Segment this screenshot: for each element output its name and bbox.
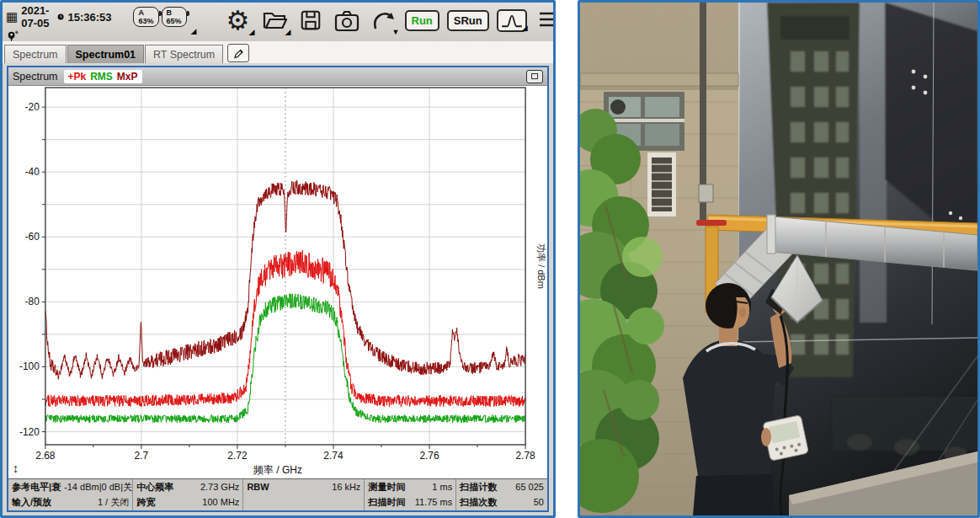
param-label: 扫描计数 — [460, 481, 497, 494]
dropdown-corner-icon: ◢ — [191, 27, 197, 35]
toolbar-date: 2021-07-05 — [21, 4, 54, 29]
trace-legend: +Pk RMS MxP — [64, 70, 142, 83]
svg-text:-120: -120 — [19, 426, 40, 438]
dropdown-corner-icon: ◢ — [249, 28, 255, 36]
field-test-photo — [578, 0, 980, 518]
param-value: 2.73 GHz — [200, 481, 239, 494]
svg-text:-60: -60 — [25, 231, 40, 243]
scale-updown-icon[interactable]: ↕ — [13, 462, 19, 475]
param-sweep-count[interactable]: 扫描计数65 025 扫描次数50 — [455, 479, 547, 510]
tab-rt-spectrum[interactable]: RT Spectrum — [145, 45, 223, 63]
svg-text:-20: -20 — [25, 101, 40, 113]
x-axis-title: 频率 / GHz — [253, 464, 302, 476]
trousers — [693, 474, 774, 515]
spectrum-plot[interactable]: -20-40-60-80-100-1202.682.72.722.742.762… — [8, 86, 547, 463]
single-run-button[interactable]: SRun — [447, 10, 489, 31]
parameter-bar: 参考电平|衰-14 dBm|0 dB|关 输入/预放1 / 关闭 中心频率2.7… — [8, 478, 547, 510]
menu-button[interactable]: ▼ — [535, 6, 556, 35]
battery-b-indicator: B 65% — [162, 7, 187, 27]
ear — [739, 307, 746, 318]
param-rbw[interactable]: RBW16 kHz — [242, 479, 364, 510]
toolbar: ▦ 2021-07-05 15:36:53 A 63% B 65% — [3, 3, 553, 41]
param-ref-level[interactable]: 参考电平|衰-14 dBm|0 dB|关 输入/预放1 / 关闭 — [8, 479, 132, 510]
spectrum-analyzer-screenshot: ▦ 2021-07-05 15:36:53 A 63% B 65% — [0, 0, 556, 518]
dropdown-corner-icon: ◢ — [285, 28, 291, 36]
edit-tabs-button[interactable] — [227, 44, 249, 62]
run-button[interactable]: Run — [405, 10, 439, 31]
wall-meter-box — [699, 184, 713, 202]
param-value: 11.75 ms — [415, 496, 452, 509]
battery-a-indicator: A 63% — [133, 7, 158, 27]
datetime-block: ▦ 2021-07-05 15:36:53 — [6, 4, 111, 44]
save-button[interactable] — [296, 6, 325, 35]
photo-scene — [580, 3, 977, 515]
plot-title: Spectrum — [13, 71, 58, 83]
spectrum-view-button[interactable]: ◢ — [497, 9, 527, 32]
settings-button[interactable]: ⚙ ◢ — [224, 6, 253, 35]
open-file-button[interactable]: ◢ — [260, 6, 289, 35]
param-value: 1 ms — [432, 481, 452, 494]
svg-text:2.68: 2.68 — [35, 450, 56, 462]
maximize-icon — [531, 73, 538, 79]
param-value: 50 — [534, 496, 544, 509]
spectrum-curve-icon — [500, 12, 524, 29]
legend-pk: +Pk — [68, 71, 87, 83]
camera-icon — [334, 8, 360, 32]
svg-text:-40: -40 — [25, 166, 40, 178]
hamburger-menu-icon — [538, 10, 556, 30]
dropdown-corner-icon: ◢ — [522, 24, 528, 32]
screenshot-button[interactable] — [333, 6, 361, 35]
param-label: 测量时间 — [368, 481, 405, 494]
svg-text:2.74: 2.74 — [323, 450, 344, 462]
plot-header: Spectrum +Pk RMS MxP — [8, 67, 547, 86]
param-value: 16 kHz — [332, 481, 360, 494]
param-label: 输入/预放 — [12, 496, 51, 509]
tab-bar: Spectrum Spectrum01 RT Spectrum — [3, 41, 553, 63]
param-value: 65 025 — [515, 481, 544, 494]
calendar-icon[interactable]: ▦ — [6, 11, 18, 23]
param-value: 1 / 关闭 — [98, 496, 129, 509]
param-value: -14 dBm|0 dB|关 — [64, 481, 132, 494]
gear-icon: ⚙ — [226, 8, 250, 34]
pencil-icon — [232, 47, 245, 60]
wall-vent — [610, 99, 626, 115]
save-icon — [299, 8, 322, 32]
redo-button[interactable]: ▼ — [369, 6, 397, 35]
folder-open-icon — [262, 8, 287, 32]
spectrum-window: Spectrum +Pk RMS MxP -20-40-60-80-100-12… — [7, 66, 549, 512]
tab-spectrum[interactable]: Spectrum — [4, 45, 67, 63]
svg-text:2.7: 2.7 — [135, 450, 149, 462]
dropdown-corner-icon: ▼ — [392, 28, 400, 36]
tab-spectrum01[interactable]: Spectrum01 — [67, 45, 145, 63]
clock-icon — [57, 11, 64, 23]
figure-pair: ▦ 2021-07-05 15:36:53 A 63% B 65% — [0, 0, 980, 518]
spectrum-chart-svg: -20-40-60-80-100-1202.682.72.722.742.762… — [8, 86, 547, 463]
svg-text:2.72: 2.72 — [227, 450, 248, 462]
legend-mxp: MxP — [117, 71, 138, 83]
param-label: 扫描时间 — [368, 496, 405, 509]
toolbar-buttons: ⚙ ◢ ◢ — [224, 6, 556, 35]
svg-text:-80: -80 — [25, 296, 40, 307]
param-label: 扫描次数 — [460, 496, 497, 509]
toolbar-time: 15:36:53 — [67, 11, 111, 24]
param-label: 跨宽 — [136, 496, 155, 509]
svg-text:功率 / dBm: 功率 / dBm — [536, 243, 546, 289]
x-axis-title-row: ↕ 频率 / GHz — [8, 463, 547, 478]
svg-text:2.76: 2.76 — [419, 450, 439, 462]
battery-status[interactable]: A 63% B 65% ◢ — [133, 7, 194, 27]
louver-niche — [647, 152, 676, 216]
param-label: 参考电平|衰 — [12, 481, 61, 494]
left-hand — [761, 428, 771, 446]
svg-text:-100: -100 — [19, 360, 40, 372]
param-meas-time[interactable]: 测量时间1 ms 扫描时间11.75 ms — [364, 479, 455, 510]
legend-rms: RMS — [90, 71, 113, 83]
param-label: RBW — [247, 481, 269, 494]
maximize-button[interactable] — [526, 70, 543, 83]
param-label: 中心频率 — [136, 481, 173, 494]
param-center-freq[interactable]: 中心频率2.73 GHz 跨宽100 MHz — [132, 479, 242, 510]
red-valve — [696, 220, 727, 226]
param-value: 100 MHz — [202, 496, 239, 509]
svg-text:2.78: 2.78 — [515, 450, 535, 462]
